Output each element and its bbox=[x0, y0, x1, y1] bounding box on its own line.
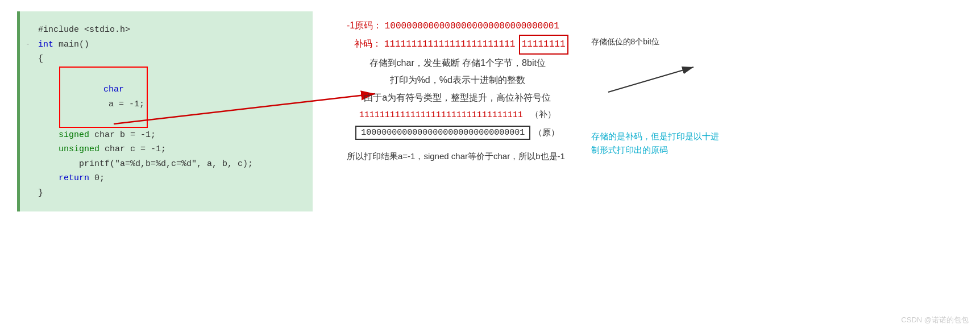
include-line: #include <stdio.h> bbox=[26, 23, 301, 38]
complement-suffix-box: 11111111 bbox=[519, 35, 568, 54]
print-format-text: 打印为%d，%d表示十进制的整数 bbox=[390, 75, 525, 85]
main-text: main() bbox=[53, 38, 89, 52]
signed-b-indent bbox=[38, 128, 59, 143]
binary-complement-line: 11111111111111111111111111111111 （补） bbox=[347, 106, 568, 124]
brace-close: } bbox=[38, 186, 43, 201]
char-a-line: char a = -1; bbox=[26, 67, 301, 128]
side-note-text: 存储低位的8个bit位 bbox=[591, 35, 719, 48]
original-result-line: 10000000000000000000000000000001 （原） bbox=[347, 126, 568, 140]
cyan-line2: 制形式打印出的原码 bbox=[591, 143, 719, 157]
watermark: CSDN @诺诺的包包 bbox=[901, 315, 969, 325]
return-value: 0; bbox=[89, 171, 105, 186]
brace-close-line: } bbox=[26, 186, 301, 201]
promote-line: 由于a为有符号类型，整型提升，高位补符号位 bbox=[347, 89, 568, 106]
signed-keyword: signed bbox=[59, 128, 89, 143]
truncate-line: 存储到char，发生截断 存储1个字节，8bit位 bbox=[347, 55, 568, 72]
printf-text: printf("a=%d,b=%d,c=%d", a, b, c); bbox=[59, 157, 253, 172]
signed-b-rest: char b = -1; bbox=[89, 128, 156, 143]
original-code-line: -1原码： 10000000000000000000000000000001 bbox=[347, 17, 568, 35]
print-format-line: 打印为%d，%d表示十进制的整数 bbox=[347, 72, 568, 89]
complement-label: 补码： bbox=[347, 39, 381, 48]
gutter-minus: - bbox=[26, 38, 35, 51]
original-code-value: 10000000000000000000000000000001 bbox=[385, 21, 559, 31]
main-text-col: -1原码： 10000000000000000000000000000001 补… bbox=[347, 17, 568, 164]
char-a-value: a = -1; bbox=[103, 99, 144, 109]
binary-complement-value: 11111111111111111111111111111111 bbox=[359, 110, 523, 120]
return-line: return 0; bbox=[26, 171, 301, 186]
promote-text: 由于a为有符号类型，整型提升，高位补符号位 bbox=[364, 93, 551, 102]
right-col: 存储低位的8个bit位 存储的是补码，但是打印是以十进 制形式打印出的原码 bbox=[591, 17, 719, 157]
printf-indent bbox=[38, 157, 59, 172]
unsigned-c-line: unsigned char c = -1; bbox=[26, 142, 301, 157]
cyan-note: 存储的是补码，但是打印是以十进 制形式打印出的原码 bbox=[591, 130, 719, 157]
original-result-box: 10000000000000000000000000000001 bbox=[355, 126, 530, 140]
complement-prefix: 111111111111111111111111 bbox=[384, 39, 515, 49]
char-keyword: char bbox=[103, 85, 124, 94]
code-panel: #include <stdio.h> - int main() { char a… bbox=[17, 11, 313, 211]
unsigned-c-rest: char c = -1; bbox=[99, 142, 166, 157]
return-keyword: return bbox=[59, 171, 89, 186]
complement-note: （补） bbox=[528, 109, 556, 119]
unsigned-c-indent bbox=[38, 142, 59, 157]
brace-open-line: { bbox=[26, 52, 301, 67]
printf-line: printf("a=%d,b=%d,c=%d", a, b, c); bbox=[26, 157, 301, 172]
int-keyword: int bbox=[38, 38, 53, 52]
bottom-note-text: 所以打印结果a=-1，signed char等价于char，所以b也是-1 bbox=[347, 151, 565, 161]
char-a-indent bbox=[38, 90, 59, 105]
return-indent bbox=[38, 171, 59, 186]
original-note: （原） bbox=[534, 127, 559, 138]
bottom-note: 所以打印结果a=-1，signed char等价于char，所以b也是-1 bbox=[347, 149, 568, 164]
explanation-panel: -1原码： 10000000000000000000000000000001 补… bbox=[335, 11, 963, 164]
unsigned-keyword: unsigned bbox=[59, 142, 99, 157]
main-container: #include <stdio.h> - int main() { char a… bbox=[0, 0, 980, 332]
brace-open: { bbox=[38, 52, 43, 67]
truncate-text: 存储到char，发生截断 存储1个字节，8bit位 bbox=[369, 58, 546, 68]
complement-line: 补码： 111111111111111111111111 11111111 bbox=[347, 35, 568, 54]
left-bar bbox=[17, 11, 20, 211]
signed-b-line: signed char b = -1; bbox=[26, 128, 301, 143]
cyan-line1: 存储的是补码，但是打印是以十进 bbox=[591, 130, 719, 143]
original-code-label: -1原码： bbox=[347, 20, 382, 30]
include-text: #include <stdio.h> bbox=[38, 23, 130, 38]
char-a-highlight: char a = -1; bbox=[59, 67, 148, 128]
main-line: - int main() bbox=[26, 38, 301, 52]
